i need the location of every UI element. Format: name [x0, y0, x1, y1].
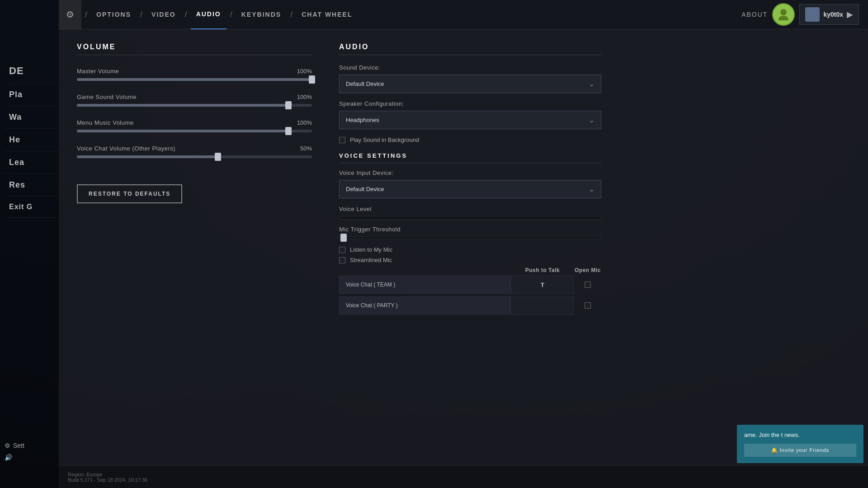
- play-sound-bg-label: Play Sound in Background: [350, 136, 419, 143]
- left-menu-item-lea[interactable]: Lea: [5, 151, 59, 174]
- voice-party-open-mic-cell: [574, 296, 601, 315]
- voice-settings-title: VOICE SETTINGS: [339, 152, 601, 163]
- audio-section-title: AUDIO: [339, 43, 601, 55]
- invite-friends-button[interactable]: 🔔 Invite your Friends: [744, 444, 856, 457]
- avatar-icon: [777, 8, 790, 21]
- speaker-config-value: Headphones: [346, 117, 379, 123]
- volume-control-game: Game Sound Volume 100%: [77, 94, 312, 107]
- user-avatar-small: [805, 7, 820, 22]
- sound-device-arrow: ⌄: [589, 80, 594, 88]
- voice-chat-slider[interactable]: [77, 155, 312, 158]
- user-avatar[interactable]: [772, 3, 795, 26]
- voice-party-label: Voice Chat ( PARTY ): [339, 296, 511, 314]
- audio-section: AUDIO Sound Device: Default Device ⌄ Spe…: [339, 43, 601, 474]
- mic-threshold-bar[interactable]: [339, 236, 601, 239]
- user-profile-box[interactable]: ky0t0x ▶: [799, 4, 859, 25]
- audio-toggle[interactable]: 🔊: [5, 454, 24, 461]
- top-bar: ⚙ / OPTIONS / VIDEO / AUDIO / KEYBINDS /…: [59, 0, 868, 29]
- game-sound-slider[interactable]: [77, 104, 312, 107]
- nav-keybinds[interactable]: KEYBINDS: [236, 0, 287, 29]
- mic-threshold-container: [339, 236, 601, 239]
- speaker-config-arrow: ⌄: [589, 116, 594, 124]
- play-sound-bg-row: Play Sound in Background: [339, 136, 601, 143]
- volume-control-voice-chat: Voice Chat Volume (Other Players) 50%: [77, 145, 312, 158]
- left-menu-item-de[interactable]: DE: [5, 59, 59, 84]
- nav-chat-wheel[interactable]: CHAT WHEEL: [296, 0, 358, 29]
- build-label: Build 5,171 - Sep 18 2024, 10:17:36: [68, 477, 147, 483]
- nav-options[interactable]: OPTIONS: [91, 0, 137, 29]
- region-label: Region: Europe: [68, 472, 147, 477]
- left-menu-item-pla[interactable]: Pla: [5, 84, 59, 106]
- speaker-config-dropdown[interactable]: Headphones ⌄: [339, 111, 601, 129]
- voice-team-open-mic-cell: [574, 275, 601, 294]
- streamlined-mic-row: Streamlined Mic: [339, 257, 601, 263]
- settings-gear-icon: ⚙: [66, 9, 74, 20]
- left-panel: DE Pla Wa He Lea Res Exit G ⚙ Sett 🔊: [0, 0, 63, 488]
- voice-chat-thumb[interactable]: [215, 153, 221, 161]
- volume-section-title: VOLUME: [77, 43, 312, 55]
- menu-music-thumb[interactable]: [285, 127, 292, 135]
- nav-about[interactable]: ABOUT: [741, 11, 768, 18]
- bottom-bar: Region: Europe Build 5,171 - Sep 18 2024…: [59, 465, 868, 488]
- voice-input-arrow: ⌄: [589, 185, 594, 193]
- notification-text-content: ame. Join the t news.: [744, 432, 800, 438]
- voice-level-bar: [339, 216, 601, 220]
- sound-device-value: Default Device: [346, 80, 384, 87]
- nav-sep-5: /: [290, 10, 292, 19]
- settings-label: Sett: [13, 442, 24, 449]
- listen-mic-checkbox[interactable]: [339, 247, 345, 253]
- top-bar-right: ABOUT ky0t0x ▶: [741, 3, 859, 26]
- open-mic-col-header: Open Mic: [574, 267, 601, 273]
- game-sound-fill: [77, 104, 288, 107]
- menu-music-fill: [77, 130, 288, 132]
- voice-col-headers: Push to Talk Open Mic: [339, 267, 601, 273]
- notification-text: ame. Join the t news.: [744, 431, 856, 439]
- voice-team-open-mic-checkbox[interactable]: [585, 282, 591, 288]
- empty-col-header: [339, 267, 511, 273]
- main-content: VOLUME Master Volume 100% Game Sound Vol…: [59, 29, 868, 488]
- settings-panel: VOLUME Master Volume 100% Game Sound Vol…: [59, 29, 868, 488]
- master-volume-thumb[interactable]: [309, 75, 315, 84]
- left-menu-list: DE Pla Wa He Lea Res Exit G: [0, 59, 63, 218]
- menu-music-value: 100%: [297, 119, 312, 126]
- left-menu-item-res[interactable]: Res: [5, 174, 59, 197]
- username-label: ky0t0x: [823, 11, 843, 18]
- restore-defaults-button[interactable]: RESTORE TO DEFAULTS: [77, 184, 182, 203]
- left-bottom: ⚙ Sett 🔊: [5, 442, 24, 461]
- voice-party-open-mic-checkbox[interactable]: [585, 302, 591, 309]
- left-menu-item-exit[interactable]: Exit G: [5, 197, 59, 218]
- voice-chat-row: Voice Chat Volume (Other Players) 50%: [77, 145, 312, 152]
- play-sound-bg-checkbox[interactable]: [339, 137, 345, 143]
- voice-party-keybind[interactable]: [511, 296, 574, 315]
- sound-device-dropdown[interactable]: Default Device ⌄: [339, 75, 601, 93]
- streamlined-mic-checkbox[interactable]: [339, 257, 345, 263]
- nav-video[interactable]: VIDEO: [146, 0, 181, 29]
- mic-threshold-thumb[interactable]: [340, 234, 347, 242]
- streamlined-mic-label: Streamlined Mic: [350, 257, 392, 263]
- menu-music-label: Menu Music Volume: [77, 119, 134, 126]
- game-sound-row: Game Sound Volume 100%: [77, 94, 312, 100]
- gear-icon: ⚙: [5, 442, 10, 449]
- gear-icon-container[interactable]: ⚙: [59, 0, 81, 29]
- push-to-talk-col-header: Push to Talk: [511, 267, 574, 273]
- voice-row-party: Voice Chat ( PARTY ): [339, 296, 601, 315]
- voice-chat-label: Voice Chat Volume (Other Players): [77, 145, 175, 152]
- nav-audio[interactable]: AUDIO: [191, 0, 226, 29]
- voice-input-dropdown[interactable]: Default Device ⌄: [339, 180, 601, 198]
- listen-mic-row: Listen to My Mic: [339, 246, 601, 253]
- master-volume-value: 100%: [297, 68, 312, 75]
- play-icon: ▶: [847, 9, 853, 19]
- mic-threshold-label: Mic Trigger Threshold: [339, 226, 601, 233]
- voice-row-team: Voice Chat ( TEAM ) T: [339, 275, 601, 294]
- speaker-config-label: Speaker Configuration:: [339, 100, 601, 107]
- game-sound-thumb[interactable]: [285, 101, 292, 109]
- volume-section: VOLUME Master Volume 100% Game Sound Vol…: [77, 43, 312, 474]
- sound-device-label: Sound Device:: [339, 64, 601, 71]
- left-menu-item-he[interactable]: He: [5, 129, 59, 151]
- voice-team-keybind[interactable]: T: [511, 275, 574, 294]
- left-menu-item-wa[interactable]: Wa: [5, 106, 59, 129]
- nav-sep-2: /: [140, 10, 142, 19]
- settings-link[interactable]: ⚙ Sett: [5, 442, 24, 449]
- menu-music-slider[interactable]: [77, 130, 312, 132]
- master-volume-slider[interactable]: [77, 78, 312, 81]
